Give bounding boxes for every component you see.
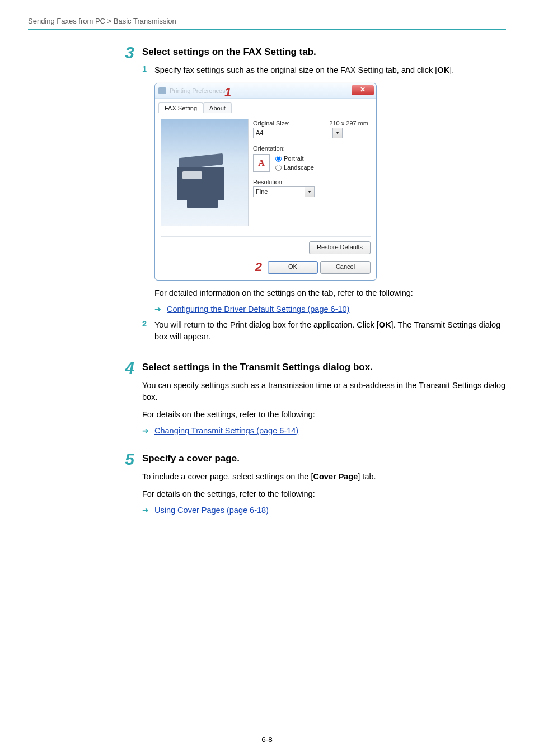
section-5: 5 Specify a cover page. To include a cov…	[106, 453, 506, 520]
radio-landscape[interactable]: Landscape	[275, 164, 314, 171]
callout-2: 2	[255, 260, 262, 274]
orientation-row: Orientation: A Portrait Landscape	[253, 145, 371, 172]
section-3-item-2: 2 You will return to the Print dialog bo…	[142, 319, 506, 343]
section-5-body: Specify a cover page. To include a cover…	[142, 453, 506, 520]
link-row-config-driver: ➔ Configuring the Driver Default Setting…	[154, 305, 506, 314]
substep-number-2: 2	[142, 319, 154, 328]
ok-button[interactable]: OK	[268, 261, 318, 274]
radio-portrait-label: Portrait	[284, 155, 303, 162]
printer-icon	[158, 87, 166, 94]
dialog-title-blurred: Printing Preferences	[170, 87, 226, 94]
substep-number-1: 1	[142, 64, 154, 73]
resolution-value: Fine	[256, 188, 268, 195]
controls-pane: Original Size: 210 x 297 mm A4 ▾ Orienta…	[253, 119, 371, 226]
page: Sending Faxes from PC > Basic Transmissi…	[0, 0, 534, 756]
text-fragment: ].	[449, 66, 454, 74]
chevron-down-icon: ▾	[332, 128, 342, 138]
breadcrumb: Sending Faxes from PC > Basic Transmissi…	[28, 17, 506, 25]
link-row-transmit: ➔ Changing Transmit Settings (page 6-14)	[142, 426, 506, 435]
radio-portrait-input[interactable]	[275, 156, 282, 162]
text-fragment: To include a cover page, select settings…	[142, 472, 313, 481]
original-size-row: Original Size: 210 x 297 mm A4 ▾	[253, 120, 371, 138]
step-number-4: 4	[106, 360, 142, 376]
section-5-p1: To include a cover page, select settings…	[142, 471, 506, 483]
page-number: 6-8	[0, 735, 534, 744]
resolution-combo[interactable]: Fine ▾	[253, 186, 315, 197]
text-fragment: You will return to the Print dialog box …	[154, 320, 379, 329]
radio-portrait[interactable]: Portrait	[275, 155, 314, 162]
section-5-title: Specify a cover page.	[142, 453, 506, 464]
arrow-icon: ➔	[142, 506, 149, 515]
section-3-body: Select settings on the FAX Setting tab. …	[142, 46, 506, 347]
dialog-body: Original Size: 210 x 297 mm A4 ▾ Orienta…	[155, 113, 376, 232]
radio-landscape-label: Landscape	[284, 164, 314, 171]
original-size-value: A4	[256, 129, 263, 136]
tab-strip: FAX Setting About 1	[155, 99, 376, 113]
cancel-button[interactable]: Cancel	[320, 261, 371, 274]
step-number-5: 5	[106, 451, 142, 468]
original-size-label: Original Size:	[253, 120, 289, 127]
section-3-title: Select settings on the FAX Setting tab.	[142, 46, 506, 58]
original-size-dim: 210 x 297 mm	[329, 120, 368, 127]
text-fragment: Specify fax settings such as the origina…	[154, 66, 437, 74]
cover-page-bold: Cover Page	[313, 472, 358, 481]
resolution-label: Resolution:	[253, 179, 284, 185]
header-rule	[28, 29, 506, 30]
section-5-p2: For details on the settings, refer to th…	[142, 488, 506, 500]
chevron-down-icon: ▾	[305, 187, 314, 197]
dialog-footer: Restore Defaults 2 OK Cancel	[155, 232, 376, 280]
section-3-info-line: For detailed information on the settings…	[154, 287, 506, 299]
tab-about[interactable]: About	[203, 102, 232, 113]
section-4-title: Select settings in the Transmit Settings…	[142, 362, 506, 373]
close-button[interactable]: ✕	[352, 85, 374, 95]
printer-illustration	[177, 150, 227, 206]
orientation-icon: A	[253, 154, 270, 172]
arrow-icon: ➔	[154, 305, 161, 314]
callout-1: 1	[224, 85, 231, 100]
section-3-item-2-text: You will return to the Print dialog box …	[154, 319, 506, 343]
preview-pane	[161, 119, 249, 226]
dialog-titlebar: Printing Preferences ✕	[155, 83, 376, 99]
section-4-p1: You can specify settings such as a trans…	[142, 380, 506, 403]
link-config-driver[interactable]: Configuring the Driver Default Settings …	[167, 305, 349, 314]
ok-bold: OK	[379, 320, 391, 329]
radio-landscape-input[interactable]	[275, 165, 282, 171]
ok-bold: OK	[437, 66, 449, 74]
section-4: 4 Select settings in the Transmit Settin…	[106, 362, 506, 441]
tab-fax-setting[interactable]: FAX Setting	[158, 102, 203, 113]
orientation-label: Orientation:	[253, 145, 285, 152]
section-3-item-1-text: Specify fax settings such as the origina…	[154, 64, 506, 76]
link-row-cover: ➔ Using Cover Pages (page 6-18)	[142, 506, 506, 515]
text-fragment: ] tab.	[358, 472, 376, 481]
fax-setting-dialog: Printing Preferences ✕ FAX Setting About…	[154, 83, 377, 281]
section-4-p2: For details on the settings, refer to th…	[142, 409, 506, 421]
step-number-3: 3	[106, 44, 142, 61]
original-size-combo[interactable]: A4 ▾	[253, 128, 343, 138]
section-3: 3 Select settings on the FAX Setting tab…	[106, 46, 506, 347]
arrow-icon: ➔	[142, 426, 149, 435]
section-3-item-1: 1 Specify fax settings such as the origi…	[142, 64, 506, 76]
section-4-body: Select settings in the Transmit Settings…	[142, 362, 506, 441]
link-cover-pages[interactable]: Using Cover Pages (page 6-18)	[154, 506, 269, 515]
resolution-row: Resolution: Fine ▾	[253, 179, 371, 197]
link-transmit-settings[interactable]: Changing Transmit Settings (page 6-14)	[154, 426, 298, 435]
restore-defaults-button[interactable]: Restore Defaults	[309, 241, 371, 254]
